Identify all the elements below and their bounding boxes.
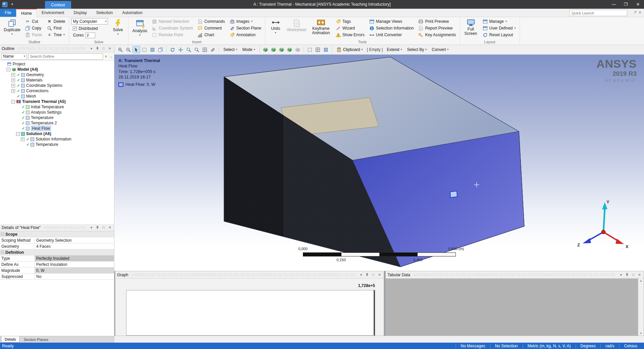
- detail-value[interactable]: 0, W: [35, 268, 114, 273]
- outline-search-box[interactable]: [28, 53, 103, 60]
- zoom-in-button[interactable]: [116, 46, 124, 53]
- solve-button[interactable]: Solve ▾: [109, 18, 126, 36]
- chevron-down-icon[interactable]: ▾: [89, 225, 94, 230]
- tab-automation[interactable]: Automation: [117, 9, 147, 17]
- tree-item-temperature-2[interactable]: +✓Temperature 2: [0, 120, 114, 126]
- select-by-dropdown[interactable]: Select By▾: [405, 46, 429, 53]
- status-angular-velocity-unit[interactable]: rad/s: [600, 344, 619, 348]
- reset-layout-button[interactable]: Reset Layout: [481, 32, 518, 38]
- zoom-to-fit-button[interactable]: [201, 46, 209, 53]
- tab-home[interactable]: Home: [16, 9, 37, 17]
- delete-button[interactable]: ✕Delete: [45, 18, 67, 25]
- tree-item-initial-temperature[interactable]: +✓Initial Temperature: [0, 104, 114, 110]
- face-filter-button[interactable]: [278, 46, 285, 53]
- filter-chevron-icon[interactable]: ▼: [104, 55, 108, 58]
- distributed-checkbox[interactable]: ✓Distributed: [71, 25, 108, 32]
- tags-button[interactable]: Tags: [334, 18, 366, 25]
- chart-button[interactable]: Chart: [196, 32, 226, 38]
- tree-item-geometry[interactable]: +✓Geometry: [0, 72, 114, 77]
- outline-panel-header[interactable]: Outline ▾ □ ✕: [0, 45, 114, 52]
- panel-drag-grip[interactable]: [414, 273, 615, 276]
- details-row-magnitude[interactable]: Magnitude0, W: [0, 268, 114, 274]
- named-selection-button[interactable]: Named Selection: [150, 18, 195, 25]
- collapse-expander-icon[interactable]: −: [16, 132, 20, 136]
- print-preview-button[interactable]: Print Preview: [417, 18, 458, 25]
- show-errors-button[interactable]: Show Errors: [334, 32, 366, 38]
- rotate-button[interactable]: [169, 46, 176, 53]
- tree-item-materials[interactable]: +✓Materials: [0, 77, 114, 83]
- details-row-suppressed[interactable]: SuppressedNo: [0, 274, 114, 280]
- scroll-down-icon[interactable]: ▼: [640, 332, 642, 335]
- report-preview-button[interactable]: Report Preview: [417, 25, 458, 32]
- tab-selection[interactable]: Selection: [92, 9, 117, 17]
- pin-icon[interactable]: [95, 46, 100, 51]
- outline-search-input[interactable]: [30, 54, 101, 58]
- app-icon[interactable]: [2, 2, 7, 7]
- graph-panel-header[interactable]: Graph ▾ □ ✕: [115, 271, 384, 279]
- extend-dropdown[interactable]: Extend▾: [384, 46, 404, 53]
- collapse-section-icon[interactable]: −: [1, 233, 4, 236]
- chevron-down-icon[interactable]: ▾: [89, 46, 94, 51]
- triad-x-arrow[interactable]: [615, 239, 624, 244]
- pin-icon[interactable]: [625, 273, 629, 277]
- pan-button[interactable]: [177, 46, 184, 53]
- popout-icon[interactable]: ↗: [634, 10, 637, 14]
- scroll-up-icon[interactable]: ▲: [640, 279, 642, 282]
- status-temperature-unit[interactable]: Celsius: [619, 344, 642, 348]
- close-button[interactable]: ✕: [632, 0, 644, 9]
- detail-value[interactable]: Geometry Selection: [35, 237, 114, 243]
- maximize-button[interactable]: ❐: [620, 0, 632, 9]
- mode-dropdown[interactable]: Mode▾: [240, 46, 257, 53]
- worksheet-button[interactable]: Worksheet: [285, 18, 308, 32]
- name-filter-dropdown[interactable]: Name▾: [1, 53, 27, 60]
- tree-item-result-temperature[interactable]: +✓Temperature: [0, 142, 114, 147]
- quick-launch-input[interactable]: [572, 11, 625, 15]
- zoom-out-button[interactable]: [124, 46, 132, 53]
- pin-icon[interactable]: [95, 225, 100, 230]
- wireframe-button[interactable]: [306, 46, 314, 53]
- details-section-definition[interactable]: −Definition: [0, 249, 114, 255]
- quick-access-caret-icon[interactable]: ▼: [11, 3, 14, 6]
- panel-drag-grip[interactable]: [44, 226, 86, 229]
- tab-display[interactable]: Display: [69, 9, 91, 17]
- tabular-data-body[interactable]: ▲ ▼: [386, 279, 644, 336]
- collapse-ribbon-icon[interactable]: ∧: [639, 10, 641, 14]
- tabular-panel-header[interactable]: Tabular Data ▾ □ ✕: [386, 271, 644, 279]
- geometry-viewport[interactable]: Y X Z A: Transient Thermal Heat Flow Tim…: [114, 55, 644, 271]
- tree-item-project[interactable]: −Project: [0, 61, 114, 67]
- close-panel-icon[interactable]: ✕: [377, 272, 382, 277]
- keyframe-animation-button[interactable]: Keyframe Animation: [309, 18, 333, 35]
- tree-item-solution-information[interactable]: +✓Solution Information: [0, 136, 114, 142]
- clipboard-dropdown[interactable]: Clipboard▾: [334, 46, 365, 53]
- edge-filter-button[interactable]: [270, 46, 277, 53]
- collapse-section-icon[interactable]: −: [1, 251, 4, 254]
- chevron-down-icon[interactable]: ▾: [359, 272, 364, 277]
- cut-button[interactable]: ✂Cut: [23, 18, 44, 25]
- details-row-define-as[interactable]: Define AsPerfect Insulation: [0, 261, 114, 268]
- tree-item-model[interactable]: −Model (A4): [0, 67, 114, 72]
- close-panel-icon[interactable]: ✕: [107, 225, 112, 230]
- show-vertices-button[interactable]: [322, 46, 330, 53]
- wizard-button[interactable]: Wizard: [334, 25, 366, 32]
- find-button[interactable]: Find: [45, 25, 67, 32]
- tab-file[interactable]: File: [0, 9, 16, 17]
- collapse-expander-icon[interactable]: −: [11, 100, 15, 104]
- details-panel-header[interactable]: Details of "Heat Flow" ▾ □ ✕: [0, 224, 114, 231]
- float-panel-icon[interactable]: □: [631, 272, 636, 277]
- tab-section-planes[interactable]: Section Planes: [20, 336, 52, 343]
- close-panel-icon[interactable]: ✕: [637, 272, 642, 277]
- unit-converter-button[interactable]: Unit Converter: [368, 32, 416, 38]
- coordinate-system-button[interactable]: Coordinate System: [150, 25, 195, 32]
- float-panel-icon[interactable]: □: [371, 272, 376, 277]
- commands-button[interactable]: Commands: [196, 18, 226, 25]
- duplicate-button[interactable]: Duplicate ▾: [2, 18, 22, 36]
- tab-environment[interactable]: Environment: [37, 9, 69, 17]
- show-mesh-button[interactable]: [314, 46, 322, 53]
- details-row-geometry[interactable]: Geometry4 Faces: [0, 243, 114, 249]
- copy-button[interactable]: Copy: [23, 25, 44, 32]
- heat-flow-marker[interactable]: [450, 191, 457, 197]
- zoom-button[interactable]: [185, 46, 193, 53]
- expand-expander-icon[interactable]: +: [11, 89, 15, 93]
- images-button[interactable]: Images▾: [228, 18, 263, 25]
- manage-button[interactable]: Manage▾: [481, 18, 518, 25]
